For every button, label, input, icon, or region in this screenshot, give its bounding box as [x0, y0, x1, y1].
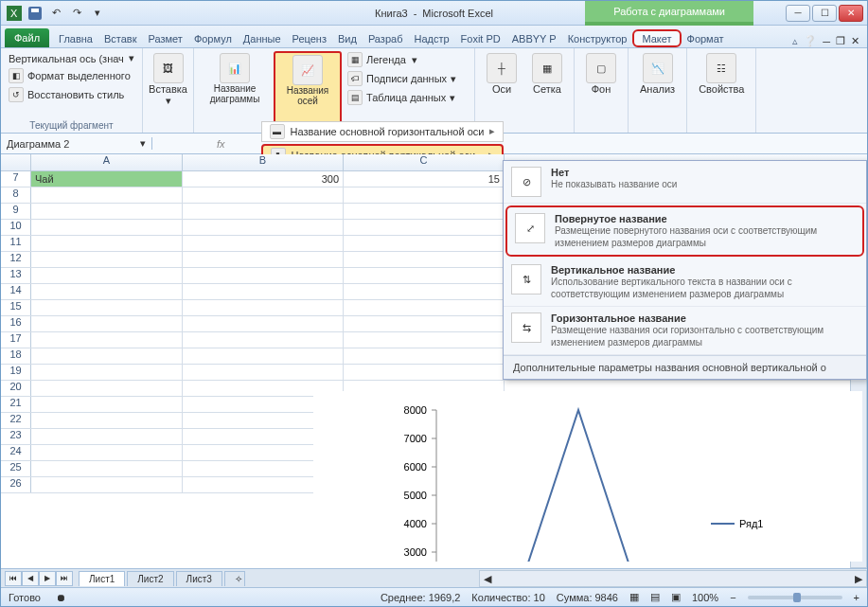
- chart-element-selector[interactable]: Вертикальная ось (знач▾: [7, 51, 136, 65]
- name-box[interactable]: Диаграмма 2▾: [1, 137, 152, 150]
- sheet-nav-prev[interactable]: ◀: [22, 571, 39, 586]
- row-header[interactable]: 19: [1, 365, 31, 380]
- chevron-right-icon: ▸: [489, 125, 495, 137]
- fx-icon[interactable]: fx: [209, 138, 233, 150]
- zoom-level[interactable]: 100%: [692, 592, 718, 603]
- cell-a7[interactable]: Чай: [31, 171, 183, 187]
- background-button[interactable]: ▢Фон: [580, 51, 622, 97]
- submenu-horizontal-axis[interactable]: ▬ Название основной горизонтальной оси ▸: [261, 121, 505, 142]
- view-pagebreak-icon[interactable]: ▣: [671, 591, 681, 603]
- row-header[interactable]: 17: [1, 332, 31, 348]
- tab-formulas[interactable]: Формул: [188, 29, 238, 47]
- horizontal-scrollbar[interactable]: ◀▶: [479, 570, 867, 587]
- properties-button[interactable]: ☷Свойства: [693, 51, 750, 97]
- row-header[interactable]: 24: [1, 445, 31, 460]
- cell-b7[interactable]: 300: [183, 171, 344, 187]
- minimize-ribbon-icon[interactable]: ▵: [792, 35, 798, 47]
- format-selection-button[interactable]: ◧Формат выделенного: [7, 67, 136, 84]
- tab-abbyy[interactable]: ABBYY P: [506, 29, 562, 47]
- row-header[interactable]: 13: [1, 268, 31, 283]
- flyout-option-rotated[interactable]: ⤢ Повернутое названиеРазмещение повернут…: [505, 205, 864, 257]
- tab-developer[interactable]: Разраб: [363, 29, 409, 47]
- row-header[interactable]: 8: [1, 187, 31, 203]
- data-labels-button[interactable]: 🏷Подписи данных▾: [345, 70, 469, 87]
- row-header[interactable]: 12: [1, 252, 31, 267]
- title-doc: Книга3: [375, 8, 408, 19]
- sheet-tab-2[interactable]: Лист2: [127, 571, 173, 586]
- chart-title-button[interactable]: 📊 Название диаграммы: [200, 51, 270, 131]
- flyout-option-horizontal[interactable]: ⇆ Горизонтальное названиеРазмещение назв…: [504, 307, 866, 355]
- doc-restore-icon[interactable]: ❐: [836, 35, 845, 47]
- close-button[interactable]: ✕: [839, 5, 863, 22]
- row-header[interactable]: 18: [1, 348, 31, 364]
- col-header-c[interactable]: C: [344, 154, 505, 170]
- tab-file[interactable]: Файл: [5, 28, 49, 47]
- sheet-tab-3[interactable]: Лист3: [176, 571, 222, 586]
- flyout-option-none[interactable]: ⊘ НетНе показывать название оси: [504, 161, 866, 204]
- tab-view[interactable]: Вид: [332, 29, 363, 47]
- select-all-corner[interactable]: [1, 154, 31, 170]
- row-header[interactable]: 22: [1, 413, 31, 428]
- tab-data[interactable]: Данные: [238, 29, 287, 47]
- new-sheet-button[interactable]: ✧: [224, 571, 245, 586]
- tab-home[interactable]: Главна: [53, 29, 98, 47]
- tab-foxit[interactable]: Foxit PD: [455, 29, 506, 47]
- legend-button[interactable]: ▦Легенда▾: [345, 51, 469, 68]
- view-layout-icon[interactable]: ▤: [650, 591, 660, 603]
- axis-titles-button[interactable]: 📈 Названия осей: [274, 51, 342, 131]
- doc-min-icon[interactable]: ─: [823, 36, 830, 47]
- flyout-option-vertical[interactable]: ⇅ Вертикальное названиеИспользование вер…: [504, 259, 866, 307]
- insert-button[interactable]: 🖼 Вставка▾: [149, 51, 187, 109]
- col-header-b[interactable]: B: [183, 154, 344, 170]
- row-header[interactable]: 21: [1, 397, 31, 412]
- save-icon[interactable]: [26, 4, 44, 23]
- gridlines-button[interactable]: ▦Сетка: [526, 51, 568, 131]
- row-header[interactable]: 26: [1, 477, 31, 492]
- minimize-button[interactable]: ─: [786, 5, 810, 22]
- zoom-slider[interactable]: [748, 596, 842, 599]
- undo-icon[interactable]: ↶: [46, 4, 65, 23]
- doc-close-icon[interactable]: ✕: [851, 35, 859, 47]
- cell-c7[interactable]: 15: [344, 171, 505, 187]
- tab-page-layout[interactable]: Размет: [143, 29, 188, 47]
- zoom-in-button[interactable]: +: [854, 592, 859, 603]
- sheet-nav-first[interactable]: ⏮: [5, 571, 22, 586]
- excel-icon[interactable]: X: [5, 4, 24, 23]
- view-normal-icon[interactable]: ▦: [629, 591, 639, 603]
- data-table-button[interactable]: ▤Таблица данных▾: [345, 89, 469, 106]
- row-header[interactable]: 25: [1, 461, 31, 476]
- flyout-more-options[interactable]: Дополнительные параметры названия основн…: [504, 355, 866, 379]
- tab-format[interactable]: Формат: [682, 29, 730, 47]
- tab-design[interactable]: Конструктор: [562, 29, 633, 47]
- analysis-button[interactable]: 📉Анализ: [634, 51, 681, 97]
- row-header[interactable]: 14: [1, 284, 31, 299]
- embedded-chart[interactable]: 010002000300040005000600070008000 Картоф…: [313, 391, 862, 562]
- row-header[interactable]: 15: [1, 300, 31, 315]
- maximize-button[interactable]: ☐: [812, 5, 837, 22]
- sheet-nav-last[interactable]: ⏭: [56, 571, 73, 586]
- tab-review[interactable]: Реценз: [287, 29, 332, 47]
- title-sep: -: [414, 8, 417, 19]
- row-header[interactable]: 7: [1, 171, 31, 187]
- row-header[interactable]: 23: [1, 429, 31, 444]
- row-header[interactable]: 9: [1, 204, 31, 219]
- tab-insert[interactable]: Вставк: [98, 29, 143, 47]
- redo-icon[interactable]: ↷: [67, 4, 86, 23]
- row-header[interactable]: 11: [1, 236, 31, 251]
- qat-more-icon[interactable]: ▾: [88, 4, 107, 23]
- row-header[interactable]: 10: [1, 220, 31, 235]
- ribbon-tabs: Файл Главна Вставк Размет Формул Данные …: [1, 26, 867, 48]
- axes-button[interactable]: ┼Оси: [481, 51, 523, 131]
- sheet-nav-next[interactable]: ▶: [39, 571, 56, 586]
- row-header[interactable]: 20: [1, 381, 31, 396]
- tab-addins[interactable]: Надстр: [408, 29, 454, 47]
- reset-style-button[interactable]: ↺Восстановить стиль: [7, 86, 136, 103]
- tab-layout-chart[interactable]: Макет: [632, 29, 681, 47]
- sheet-tab-1[interactable]: Лист1: [79, 571, 125, 586]
- row-header[interactable]: 16: [1, 316, 31, 331]
- zoom-out-button[interactable]: −: [730, 592, 735, 603]
- col-header-a[interactable]: A: [31, 154, 183, 170]
- chart-y-axis: 010002000300040005000600070008000: [404, 404, 436, 562]
- help-icon[interactable]: ❔: [804, 35, 817, 47]
- macro-record-icon[interactable]: ⏺: [56, 592, 66, 603]
